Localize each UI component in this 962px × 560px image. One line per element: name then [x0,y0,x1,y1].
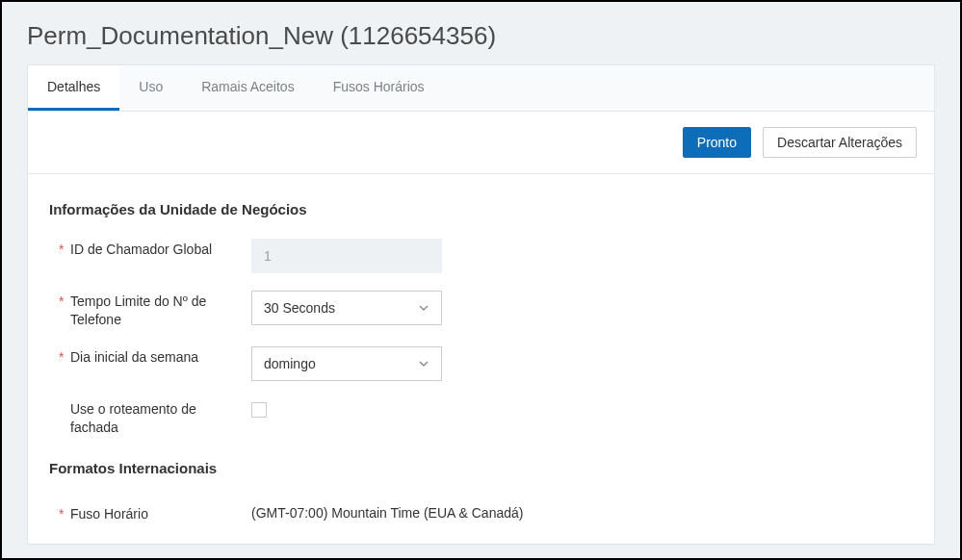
chevron-down-icon [418,358,429,369]
required-marker: * [59,346,70,365]
start-day-select-value: domingo [264,356,316,371]
row-start-day: * Dia inicial da semana domingo [49,346,913,381]
caller-id-input: 1 [251,239,442,273]
tab-fusos-horarios[interactable]: Fusos Horários [314,65,444,111]
descartar-button[interactable]: Descartar Alterações [763,127,917,158]
start-day-select[interactable]: domingo [251,346,442,381]
caller-id-label: ID de Chamador Global [70,239,224,259]
page-title: Perm_Documentation_New (1126654356) [2,2,960,64]
chevron-down-icon [418,302,429,314]
row-timezone: * Fuso Horário (GMT-07:00) Mountain Time… [49,503,913,523]
tab-bar: Detalhes Uso Ramais Aceitos Fusos Horári… [28,65,934,112]
timeout-select[interactable]: 30 Seconds [251,291,442,325]
row-caller-id: * ID de Chamador Global 1 [49,239,913,273]
tab-ramais-aceitos[interactable]: Ramais Aceitos [182,65,313,111]
tab-detalhes[interactable]: Detalhes [28,65,119,111]
required-marker [59,398,70,417]
form-body: Informações da Unidade de Negócios * ID … [28,174,934,544]
tab-uso[interactable]: Uso [119,65,182,111]
timezone-value: (GMT-07:00) Mountain Time (EUA & Canadá) [251,503,523,521]
section-title-intl: Formatos Internacionais [49,460,913,476]
facade-checkbox[interactable] [251,402,267,418]
action-bar: Pronto Descartar Alterações [28,112,934,174]
facade-label: Use o roteamento de fachada [70,398,224,437]
timeout-select-value: 30 Seconds [264,300,335,316]
start-day-label: Dia inicial da semana [70,346,224,367]
required-marker: * [59,503,70,522]
timezone-label: Fuso Horário [70,503,224,523]
content-card: Detalhes Uso Ramais Aceitos Fusos Horári… [27,64,935,545]
row-facade-routing: Use o roteamento de fachada [49,398,913,437]
required-marker: * [59,239,70,257]
pronto-button[interactable]: Pronto [683,127,751,158]
section-title-business: Informações da Unidade de Negócios [49,201,913,217]
row-timeout: * Tempo Limite do Nº de Telefone 30 Seco… [49,291,913,329]
timeout-label: Tempo Limite do Nº de Telefone [70,291,224,329]
required-marker: * [59,291,70,309]
